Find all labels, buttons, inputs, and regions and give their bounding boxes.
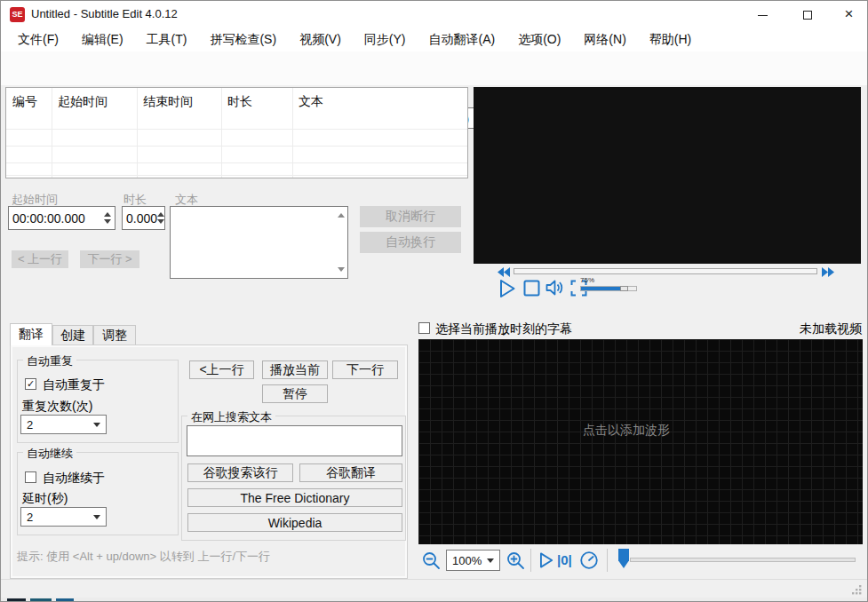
column-divider: [137, 88, 138, 178]
column-header-duration[interactable]: 时长: [227, 94, 252, 110]
prev-line-button[interactable]: < 上一行: [12, 250, 68, 268]
play-current-button[interactable]: 播放当前: [262, 360, 328, 379]
waveform-position-slider[interactable]: [630, 558, 856, 562]
column-divider: [52, 88, 52, 178]
waveform-area[interactable]: 点击以添加波形: [418, 339, 863, 544]
minimize-icon: [758, 15, 768, 16]
zoom-in-icon[interactable]: [506, 551, 527, 572]
auto-continue-group-label: 自动继续: [23, 446, 76, 462]
auto-break-button[interactable]: 自动换行: [360, 232, 461, 253]
google-search-button[interactable]: 谷歌搜索该行: [187, 463, 293, 482]
menu-file[interactable]: 文件(F): [6, 28, 70, 51]
status-bar: [1, 579, 867, 598]
waveform-play-icon[interactable]: [536, 551, 555, 570]
resize-grip-icon[interactable]: [852, 585, 862, 595]
column-header-start-time[interactable]: 起始时间: [58, 94, 108, 110]
hint-text: 提示: 使用 <Alt + up/down> 以转到 上一行/下一行: [17, 549, 270, 565]
volume-slider[interactable]: [580, 286, 637, 291]
play-from-zero-icon[interactable]: |0|: [557, 552, 572, 567]
taskbar-item: [30, 598, 52, 602]
speed-gauge-icon[interactable]: [578, 550, 600, 571]
tab-adjust[interactable]: 调整: [93, 325, 136, 345]
auto-repeat-group-label: 自动重复: [23, 353, 76, 369]
toolbar: ? 格式 SubRip (.srt) 编码方式 UTF-8 with BOM: [1, 51, 867, 85]
column-divider: [292, 88, 293, 178]
menu-video[interactable]: 视频(V): [288, 28, 353, 51]
row-divider: [6, 175, 467, 176]
volume-percent: 75%: [580, 276, 637, 284]
video-status-label: 未加载视频: [800, 321, 862, 337]
tab-create[interactable]: 创建: [52, 325, 93, 345]
menu-sync[interactable]: 同步(Y): [353, 28, 418, 51]
minimize-button[interactable]: [743, 1, 783, 28]
waveform-position-handle[interactable]: [618, 549, 629, 568]
google-translate-button[interactable]: 谷歌翻译: [299, 463, 402, 482]
row-divider: [6, 146, 467, 147]
volume-handle[interactable]: [620, 286, 628, 291]
mute-icon[interactable]: [545, 277, 566, 298]
pause-button[interactable]: 暂停: [262, 384, 328, 403]
start-time-spinner[interactable]: 00:00:00.000: [8, 206, 115, 230]
next-row-button[interactable]: 下一行: [332, 360, 398, 379]
repeat-count-select[interactable]: 2: [20, 415, 107, 434]
waveform-zoom-select[interactable]: 100%: [446, 550, 500, 571]
menu-edit[interactable]: 编辑(E): [70, 28, 135, 51]
zoom-out-icon[interactable]: [421, 551, 442, 572]
app-logo-icon: SE: [10, 7, 25, 22]
video-seek-bar[interactable]: [514, 268, 817, 274]
scroll-down-icon[interactable]: [338, 267, 345, 272]
seek-back-icon[interactable]: [498, 267, 510, 277]
volume-control[interactable]: 75%: [580, 276, 637, 291]
delay-label: 延时(秒): [22, 491, 68, 507]
row-divider: [6, 129, 467, 130]
delay-value: 2: [27, 511, 33, 524]
web-search-input[interactable]: [187, 425, 402, 456]
control-separator: [607, 549, 608, 572]
subtitle-text-area[interactable]: [170, 206, 348, 279]
volume-fill: [581, 287, 620, 290]
auto-repeat-checkbox[interactable]: ✓: [25, 378, 36, 390]
delay-select[interactable]: 2: [20, 507, 107, 527]
row-divider: [6, 162, 467, 163]
menu-spellcheck[interactable]: 拼写检查(S): [198, 28, 288, 51]
taskbar-item: [56, 598, 74, 602]
maximize-button[interactable]: [787, 1, 827, 28]
menu-autotranslate[interactable]: 自动翻译(A): [417, 28, 506, 51]
spinner-arrows-icon[interactable]: [104, 212, 111, 224]
waveform-zoom-value: 100%: [452, 554, 482, 567]
menu-bar: 文件(F) 编辑(E) 工具(T) 拼写检查(S) 视频(V) 同步(Y) 自动…: [1, 28, 867, 51]
column-divider: [221, 88, 222, 178]
taskbar-sliver: [1, 598, 867, 602]
tab-translate[interactable]: 翻译: [10, 323, 52, 345]
select-current-subtitle-checkbox[interactable]: [418, 322, 430, 334]
menu-options[interactable]: 选项(O): [506, 28, 572, 51]
column-header-end-time[interactable]: 结束时间: [143, 94, 193, 110]
free-dictionary-button[interactable]: The Free Dictionary: [187, 488, 402, 507]
menu-tools[interactable]: 工具(T): [135, 28, 199, 51]
app-window: SE Untitled - Subtitle Edit 4.0.12 × 文件(…: [0, 0, 868, 602]
column-header-text[interactable]: 文本: [299, 94, 323, 110]
column-header-number[interactable]: 编号: [12, 94, 37, 110]
seek-forward-icon[interactable]: [822, 267, 834, 277]
auto-continue-checkbox[interactable]: [25, 471, 36, 483]
stop-icon[interactable]: [523, 280, 540, 297]
spinner-arrows-icon[interactable]: [157, 212, 164, 224]
chevron-down-icon: [487, 558, 494, 563]
close-button[interactable]: ×: [829, 1, 868, 28]
play-icon[interactable]: [495, 277, 518, 300]
chevron-down-icon: [93, 515, 100, 519]
chevron-down-icon: [93, 423, 100, 427]
video-display[interactable]: [474, 87, 861, 264]
prev-row-button[interactable]: <上一行: [189, 360, 254, 379]
window-title: Untitled - Subtitle Edit 4.0.12: [31, 7, 178, 20]
next-line-button[interactable]: 下一行 >: [80, 250, 139, 268]
unbreak-button[interactable]: 取消断行: [360, 206, 461, 227]
menu-help[interactable]: 帮助(H): [638, 28, 703, 51]
subtitle-list[interactable]: 编号 起始时间 结束时间 时长 文本: [5, 87, 468, 178]
menu-network[interactable]: 网络(N): [572, 28, 637, 51]
scroll-up-icon[interactable]: [338, 213, 345, 218]
duration-spinner[interactable]: 0.000: [122, 206, 165, 230]
taskbar-item: [7, 598, 26, 602]
wikipedia-button[interactable]: Wikipedia: [187, 513, 402, 532]
title-bar: SE Untitled - Subtitle Edit 4.0.12 ×: [1, 1, 867, 28]
